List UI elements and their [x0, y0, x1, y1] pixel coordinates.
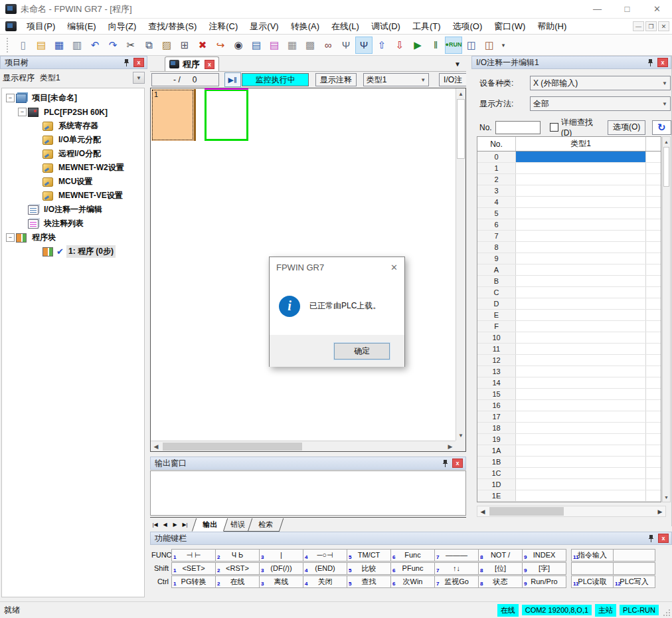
- row-no-cell[interactable]: 1B: [477, 457, 516, 467]
- function-key-button[interactable]: 2在线: [215, 575, 260, 588]
- tree-expander-icon[interactable]: [33, 247, 41, 256]
- toolbar-button[interactable]: ▯: [15, 37, 32, 54]
- table-row[interactable]: B: [477, 276, 661, 287]
- tree-expander-icon[interactable]: [6, 94, 15, 102]
- function-key-button[interactable]: 9Run/Pro: [522, 575, 566, 588]
- tree-node[interactable]: 远程I/O分配: [2, 147, 144, 161]
- row-no-cell[interactable]: 6: [477, 219, 516, 230]
- row-comment-cell[interactable]: [516, 219, 646, 230]
- row-no-cell[interactable]: 4: [477, 197, 516, 207]
- row-no-cell[interactable]: D: [477, 298, 516, 309]
- no-input[interactable]: [495, 121, 541, 134]
- row-comment-cell[interactable]: [516, 457, 646, 467]
- function-key-button[interactable]: 7监视Go: [434, 575, 479, 588]
- toolbar-button[interactable]: ▤: [266, 37, 283, 54]
- tree-expander-icon[interactable]: [18, 108, 27, 116]
- row-comment-cell[interactable]: [516, 479, 646, 490]
- tree-expander-icon[interactable]: [33, 191, 41, 200]
- function-key-button[interactable]: 8[位]: [478, 562, 523, 575]
- tree-node[interactable]: 程序块: [2, 231, 144, 245]
- menu-item[interactable]: 调试(D): [365, 19, 406, 35]
- row-no-cell[interactable]: 10: [477, 332, 516, 343]
- table-row[interactable]: 11: [477, 344, 661, 355]
- detail-search-checkbox[interactable]: [550, 123, 558, 132]
- pin-icon[interactable]: [121, 58, 131, 67]
- dialog-close-icon[interactable]: ✕: [390, 262, 398, 272]
- toolbar-button[interactable]: ▦: [50, 37, 68, 54]
- row-comment-cell[interactable]: [516, 310, 646, 320]
- ladder-horizontal-scrollbar[interactable]: ◀ ▶: [151, 441, 456, 451]
- row-comment-cell[interactable]: [516, 242, 646, 253]
- toolbar-button[interactable]: ⧉: [140, 37, 157, 54]
- row-no-cell[interactable]: 3: [477, 185, 516, 196]
- function-key-button[interactable]: 7↑↓: [434, 562, 479, 575]
- close-panel-icon[interactable]: x: [658, 534, 669, 543]
- table-row[interactable]: 18: [477, 423, 661, 434]
- row-comment-cell[interactable]: [516, 208, 646, 219]
- toolbar-button[interactable]: ⊞: [176, 37, 193, 54]
- tree-expander-icon[interactable]: [33, 177, 41, 186]
- toolbar-button[interactable]: ◫: [481, 37, 498, 54]
- scroll-left-icon[interactable]: ◀: [477, 508, 488, 515]
- row-comment-cell[interactable]: [516, 321, 646, 332]
- menu-item[interactable]: 帮助(H): [531, 19, 572, 35]
- toolbar-button[interactable]: ◫: [463, 37, 480, 54]
- device-type-combo[interactable]: X (外部输入) ▼: [530, 76, 671, 90]
- function-key-button[interactable]: 12PLC写入: [613, 575, 655, 588]
- ladder-vertical-scrollbar[interactable]: ▲ ▼: [456, 88, 465, 441]
- table-row[interactable]: 1A: [477, 445, 661, 457]
- tree-node[interactable]: 系统寄存器: [2, 119, 144, 133]
- toolbar-button[interactable]: ▶: [409, 37, 426, 54]
- row-comment-cell[interactable]: [516, 377, 646, 388]
- toolbar-button[interactable]: ◉: [230, 37, 247, 54]
- toolbar-button[interactable]: ▤: [33, 37, 50, 54]
- menu-item[interactable]: 转换(A): [285, 19, 325, 35]
- toolbar-button[interactable]: ●RUN: [445, 37, 462, 54]
- row-comment-cell[interactable]: [516, 163, 646, 173]
- row-comment-cell[interactable]: [516, 468, 646, 478]
- table-row[interactable]: 17: [477, 411, 661, 423]
- table-row[interactable]: 1C: [477, 468, 661, 479]
- mdi-restore-icon[interactable]: ❐: [645, 21, 657, 31]
- close-panel-icon[interactable]: x: [133, 58, 144, 67]
- row-no-cell[interactable]: 1A: [477, 445, 516, 456]
- table-row[interactable]: 8: [477, 242, 661, 253]
- menu-item[interactable]: 显示(V): [244, 19, 284, 35]
- mdi-minimize-icon[interactable]: —: [633, 21, 644, 31]
- function-key-button[interactable]: 6次Win: [390, 575, 435, 588]
- function-key-button[interactable]: [613, 549, 655, 562]
- function-key-button[interactable]: 11指令输入: [571, 549, 614, 562]
- row-comment-cell[interactable]: [516, 434, 646, 445]
- table-row[interactable]: 1D: [477, 479, 661, 490]
- row-comment-cell[interactable]: [516, 366, 646, 377]
- toolbar-button[interactable]: ▨: [158, 37, 175, 54]
- options-button[interactable]: 选项(O): [608, 120, 645, 135]
- row-comment-cell[interactable]: [516, 332, 646, 343]
- table-row[interactable]: 1B: [477, 457, 661, 468]
- function-key-button[interactable]: 2<RST>: [215, 562, 260, 575]
- function-key-button[interactable]: 1PG转换: [171, 575, 216, 588]
- function-key-button[interactable]: 9[字]: [522, 562, 566, 575]
- menu-item[interactable]: 工具(T): [406, 19, 447, 35]
- output-tab[interactable]: 输出: [192, 518, 228, 532]
- toolbar-button[interactable]: ✖: [194, 37, 211, 54]
- io-table-vertical-scrollbar[interactable]: ▲ ▼: [662, 136, 671, 502]
- table-row[interactable]: F: [477, 321, 661, 332]
- scroll-right-icon[interactable]: ▶: [655, 508, 665, 515]
- tree-expander-icon[interactable]: [33, 122, 41, 130]
- row-comment-cell[interactable]: [516, 276, 646, 286]
- row-comment-cell[interactable]: [516, 231, 646, 241]
- scroll-right-icon[interactable]: ▶: [445, 441, 456, 452]
- row-no-cell[interactable]: 13: [477, 366, 516, 377]
- row-no-cell[interactable]: 15: [477, 389, 516, 399]
- scroll-up-icon[interactable]: ▲: [456, 88, 465, 99]
- col-header-no[interactable]: No.: [477, 137, 516, 151]
- function-key-button[interactable]: 8NOT /: [478, 549, 523, 562]
- function-key-button[interactable]: 3离线: [259, 575, 303, 588]
- row-comment-cell[interactable]: [516, 152, 646, 162]
- first-tab-icon[interactable]: |◀: [150, 522, 160, 528]
- table-row[interactable]: 3: [477, 185, 661, 197]
- resize-grip[interactable]: [663, 609, 671, 617]
- row-no-cell[interactable]: E: [477, 310, 516, 320]
- filter-dropdown-icon[interactable]: ▼: [133, 72, 145, 84]
